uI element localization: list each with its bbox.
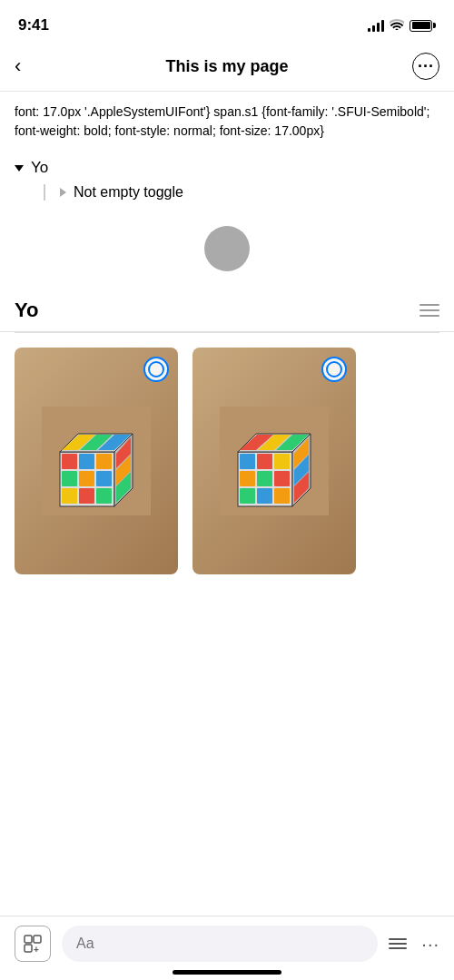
- svg-rect-22: [257, 454, 272, 469]
- text-input[interactable]: [62, 926, 378, 962]
- add-block-icon: +: [23, 934, 43, 954]
- image-card-1[interactable]: [15, 348, 178, 574]
- page-title: This is my page: [51, 57, 403, 76]
- more-options-icon[interactable]: ···: [412, 53, 439, 80]
- bottom-actions: ···: [389, 934, 439, 955]
- svg-rect-26: [274, 471, 290, 486]
- section-header: Yo: [0, 289, 454, 332]
- drag-handle-area: [0, 215, 454, 289]
- signal-icon: [368, 19, 384, 32]
- list-icon[interactable]: [389, 938, 407, 949]
- add-block-button[interactable]: +: [15, 926, 51, 962]
- status-icons: [368, 18, 436, 33]
- svg-rect-5: [62, 471, 77, 486]
- svg-rect-2: [62, 454, 77, 469]
- selection-icon-1[interactable]: [143, 357, 169, 382]
- svg-rect-21: [240, 454, 255, 469]
- wifi-icon: [390, 18, 404, 33]
- image-gallery: [0, 333, 454, 593]
- svg-rect-24: [240, 471, 255, 486]
- toggle-children: Not empty toggle: [44, 184, 439, 201]
- code-text: font: 17.0px '.AppleSystemUIFont'} span.…: [15, 104, 429, 138]
- toggle-label: Yo: [31, 159, 48, 177]
- svg-rect-8: [62, 488, 77, 504]
- more-button[interactable]: ···: [421, 934, 439, 955]
- toggle-child-item[interactable]: Not empty toggle: [60, 184, 439, 201]
- back-button[interactable]: ‹: [15, 54, 51, 78]
- svg-rect-25: [257, 471, 272, 486]
- selection-icon-2[interactable]: [321, 357, 347, 382]
- svg-rect-23: [274, 454, 290, 469]
- svg-rect-39: [34, 936, 41, 943]
- svg-rect-40: [25, 945, 32, 952]
- more-options-button[interactable]: ···: [403, 53, 439, 80]
- bottom-bar-content: + ···: [15, 926, 439, 962]
- home-indicator: [173, 970, 281, 975]
- svg-rect-6: [79, 471, 94, 486]
- svg-rect-3: [79, 454, 94, 469]
- status-bar: 9:41: [0, 0, 454, 45]
- code-block: font: 17.0px '.AppleSystemUIFont'} span.…: [0, 92, 454, 152]
- svg-rect-9: [79, 488, 94, 504]
- svg-rect-7: [96, 471, 112, 486]
- section-title: Yo: [15, 299, 38, 322]
- svg-text:+: +: [34, 945, 39, 954]
- toggle-item[interactable]: Yo: [15, 159, 439, 177]
- svg-rect-28: [257, 488, 272, 504]
- section-menu-icon[interactable]: [419, 304, 439, 317]
- toggle-collapsed-icon: [60, 188, 66, 197]
- svg-rect-38: [25, 936, 32, 943]
- image-card-2[interactable]: [192, 348, 356, 574]
- drag-circle[interactable]: [204, 226, 250, 271]
- battery-icon: [410, 20, 436, 32]
- nav-bar: ‹ This is my page ···: [0, 45, 454, 92]
- svg-rect-4: [96, 454, 112, 469]
- svg-rect-29: [274, 488, 290, 504]
- svg-rect-27: [240, 488, 255, 504]
- svg-rect-10: [96, 488, 112, 504]
- spacer: [0, 593, 454, 701]
- toggle-child-label: Not empty toggle: [74, 184, 183, 201]
- toggle-open-icon: [15, 165, 24, 172]
- status-time: 9:41: [18, 16, 49, 34]
- toggle-section: Yo Not empty toggle: [0, 152, 454, 215]
